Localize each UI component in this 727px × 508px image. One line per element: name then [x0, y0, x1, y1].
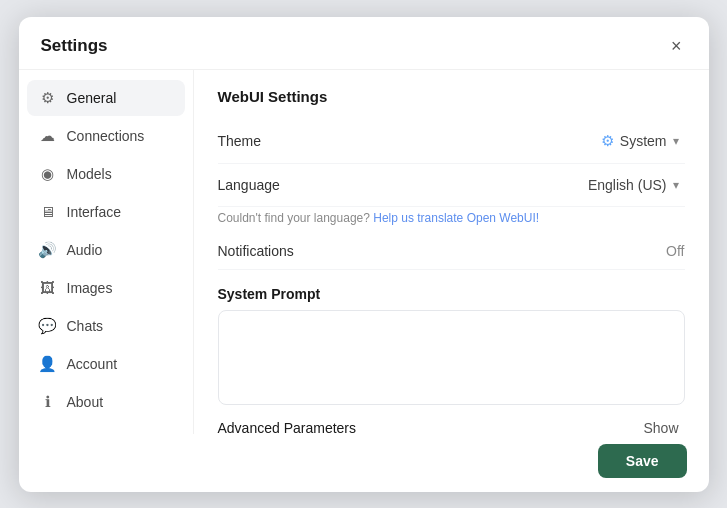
sidebar: ⚙ General ☁ Connections ◉ Models 🖥 Inter… [19, 70, 194, 434]
sidebar-item-label: Audio [67, 242, 103, 258]
language-dropdown[interactable]: English (US) ▾ [582, 174, 685, 196]
settings-modal: Settings × ⚙ General ☁ Connections ◉ Mod… [19, 17, 709, 492]
sidebar-item-models[interactable]: ◉ Models [27, 156, 185, 192]
language-label: Language [218, 177, 280, 193]
cloud-icon: ☁ [39, 127, 57, 145]
sidebar-item-label: About [67, 394, 104, 410]
gear-icon: ⚙ [39, 89, 57, 107]
chat-icon: 💬 [39, 317, 57, 335]
sidebar-item-label: Connections [67, 128, 145, 144]
language-control: English (US) ▾ [582, 174, 685, 196]
notifications-label: Notifications [218, 243, 294, 259]
modal-footer: Save [19, 434, 709, 492]
notifications-value: Off [666, 243, 684, 259]
save-button[interactable]: Save [598, 444, 687, 478]
translate-link[interactable]: Help us translate Open WebUI! [373, 211, 539, 225]
images-icon: 🖼 [39, 279, 57, 297]
content-area: WebUI Settings Theme ⚙ System ▾ Language [194, 70, 709, 434]
chevron-down-icon: ▾ [673, 134, 679, 148]
sidebar-item-about[interactable]: ℹ About [27, 384, 185, 420]
sidebar-item-general[interactable]: ⚙ General [27, 80, 185, 116]
theme-gear-icon: ⚙ [601, 132, 614, 150]
chevron-down-icon: ▾ [673, 178, 679, 192]
sidebar-item-interface[interactable]: 🖥 Interface [27, 194, 185, 230]
sidebar-item-chats[interactable]: 💬 Chats [27, 308, 185, 344]
sidebar-item-images[interactable]: 🖼 Images [27, 270, 185, 306]
theme-control: ⚙ System ▾ [595, 129, 685, 153]
models-icon: ◉ [39, 165, 57, 183]
language-row: Language English (US) ▾ [218, 164, 685, 207]
sidebar-item-audio[interactable]: 🔊 Audio [27, 232, 185, 268]
theme-value: System [620, 133, 667, 149]
sidebar-item-label: General [67, 90, 117, 106]
sidebar-item-label: Chats [67, 318, 104, 334]
close-button[interactable]: × [666, 35, 687, 57]
sidebar-item-label: Models [67, 166, 112, 182]
sidebar-item-label: Interface [67, 204, 121, 220]
monitor-icon: 🖥 [39, 203, 57, 221]
show-advanced-button[interactable]: Show [637, 417, 684, 434]
modal-title: Settings [41, 36, 108, 56]
notifications-row: Notifications Off [218, 233, 685, 270]
advanced-row: Advanced Parameters Show [218, 405, 685, 434]
info-icon: ℹ [39, 393, 57, 411]
sidebar-item-connections[interactable]: ☁ Connections [27, 118, 185, 154]
theme-dropdown[interactable]: ⚙ System ▾ [595, 129, 685, 153]
sidebar-item-label: Images [67, 280, 113, 296]
sidebar-item-label: Account [67, 356, 118, 372]
language-value: English (US) [588, 177, 667, 193]
section-title: WebUI Settings [218, 88, 685, 105]
system-prompt-input[interactable] [218, 310, 685, 405]
account-icon: 👤 [39, 355, 57, 373]
sidebar-item-account[interactable]: 👤 Account [27, 346, 185, 382]
language-note: Couldn't find your language? Help us tra… [218, 207, 685, 233]
theme-row: Theme ⚙ System ▾ [218, 119, 685, 164]
modal-header: Settings × [19, 17, 709, 70]
theme-label: Theme [218, 133, 262, 149]
system-prompt-title: System Prompt [218, 286, 685, 302]
modal-body: ⚙ General ☁ Connections ◉ Models 🖥 Inter… [19, 70, 709, 434]
advanced-label: Advanced Parameters [218, 420, 357, 434]
audio-icon: 🔊 [39, 241, 57, 259]
